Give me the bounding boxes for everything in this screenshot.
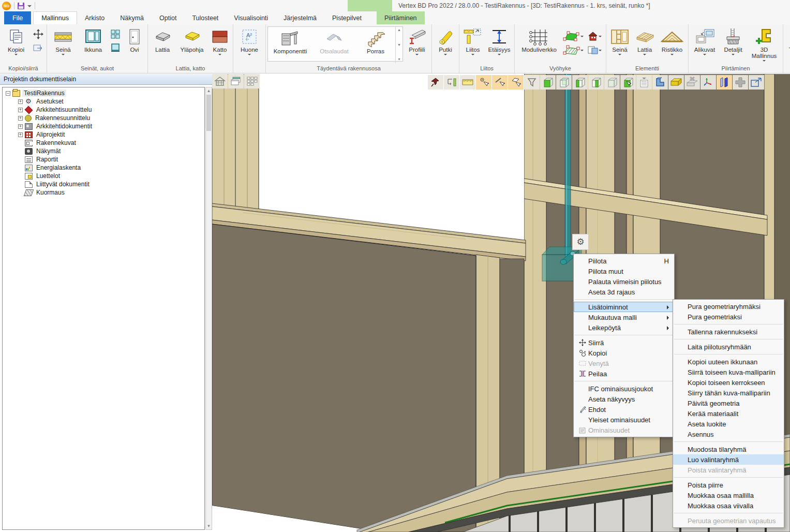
distance-button[interactable]: Etäisyys bbox=[486, 25, 513, 57]
roof-button[interactable]: Katto bbox=[208, 25, 231, 57]
tree-item-kuormaus[interactable]: Kuormaus bbox=[3, 188, 204, 197]
menu-item-lisatoiminnot[interactable]: Lisätoiminnot bbox=[574, 302, 674, 312]
box-yellow-icon[interactable] bbox=[668, 75, 684, 90]
menu-item-laita-piilotusryhmaan[interactable]: Laita piilotusryhmään bbox=[673, 342, 784, 352]
snap-point-cursor-icon[interactable] bbox=[476, 75, 491, 90]
cube-right-green-icon[interactable] bbox=[588, 75, 604, 90]
tile-windows-icon[interactable] bbox=[244, 74, 260, 88]
tree-item-rakennesuunnittelu[interactable]: +Rakennesuunnittelu bbox=[3, 114, 204, 122]
tree-item-testirakennus[interactable]: −TestiRakennus bbox=[3, 89, 204, 97]
cascade-windows-icon[interactable] bbox=[228, 74, 244, 88]
building-frame-icon[interactable] bbox=[212, 74, 228, 88]
menu-item-asennus[interactable]: Asennus bbox=[673, 429, 784, 439]
tree-item-nakymat[interactable]: Näkymät bbox=[3, 147, 204, 155]
measure-drag-icon[interactable] bbox=[444, 75, 459, 90]
zone-polygon-button[interactable] bbox=[563, 31, 584, 43]
tree-item-luettelot[interactable]: Luettelot bbox=[3, 172, 204, 180]
zone-hatch-button[interactable] bbox=[563, 45, 584, 57]
gallery-scroll-arrows[interactable]: ▲▼⯆ bbox=[395, 27, 403, 63]
snap-face-cursor-icon[interactable] bbox=[508, 75, 524, 90]
zone-house-button[interactable] bbox=[585, 31, 604, 43]
cube-wire-icon[interactable] bbox=[556, 75, 572, 90]
expand-icon[interactable]: + bbox=[18, 132, 23, 137]
copy-button[interactable]: Kopioi bbox=[2, 25, 31, 57]
tab-mallinnus[interactable]: Mallinnus bbox=[33, 11, 77, 24]
tree-item-liittyvat-dokumentit[interactable]: Liittyvät dokumentit bbox=[3, 180, 204, 188]
part-blue-icon[interactable] bbox=[652, 75, 668, 90]
wall-button[interactable]: Seinä bbox=[49, 25, 78, 57]
scrollbar-thumb[interactable] bbox=[206, 95, 211, 131]
axes-icon[interactable] bbox=[700, 75, 716, 90]
quick-gear-button[interactable]: ⚙ bbox=[572, 234, 589, 250]
tree-item-asetukset[interactable]: +Asetukset bbox=[3, 97, 204, 106]
tab-nakyma[interactable]: Näkymä bbox=[112, 11, 152, 24]
expand-icon[interactable]: + bbox=[18, 99, 23, 104]
tree-item-arkkitehtidokumentit[interactable]: +Arkkitehtidokumentit bbox=[3, 122, 204, 130]
collapse-icon[interactable]: − bbox=[6, 91, 10, 96]
cube-pale-icon[interactable] bbox=[604, 75, 620, 90]
menu-item-siirra[interactable]: Siirrä bbox=[574, 337, 674, 348]
menu-item-pura-geometriaryhmaksi[interactable]: Pura geometriaryhmäksi bbox=[673, 301, 784, 312]
menu-item-piilota[interactable]: PiilotaH bbox=[574, 256, 674, 266]
truss-button[interactable]: Ristikko bbox=[658, 25, 687, 57]
zone-overlap-button[interactable] bbox=[585, 45, 604, 57]
expand-icon[interactable]: + bbox=[18, 124, 23, 129]
menu-item-pura-geometriaksi[interactable]: Pura geometriaksi bbox=[673, 312, 784, 322]
chevron-down-icon[interactable] bbox=[27, 1, 32, 11]
menu-item-siirry-tahan-kuva-mallipariin[interactable]: Siirry tähän kuva-mallipariin bbox=[673, 388, 784, 398]
menu-item-kopioi[interactable]: Kopioi bbox=[574, 348, 674, 358]
window-small-button[interactable] bbox=[109, 42, 122, 55]
menu-item-luo-valintaryhma[interactable]: Luo valintaryhmä bbox=[673, 454, 784, 465]
tools-button[interactable]: Työkalut bbox=[785, 25, 790, 57]
module-grid-button[interactable]: Moduliverkko bbox=[516, 25, 562, 53]
cube-select-icon[interactable] bbox=[620, 75, 636, 90]
menu-item-muodosta-tilaryhma[interactable]: Muodosta tilaryhmä bbox=[673, 444, 784, 454]
slabs-blue-icon[interactable] bbox=[717, 75, 732, 90]
tree-item-energialaskenta[interactable]: Energialaskenta bbox=[3, 164, 204, 172]
menu-item-aseta-3d-rajaus[interactable]: Aseta 3d rajaus bbox=[574, 287, 674, 297]
top-floor-button[interactable]: Yläpohja bbox=[176, 25, 207, 53]
joint-button[interactable]: Liitos bbox=[461, 25, 485, 57]
wall-element-button[interactable]: Seinä bbox=[608, 25, 632, 57]
plus-gray-icon[interactable] bbox=[733, 75, 748, 90]
menu-item-ehdot[interactable]: Ehdot bbox=[574, 404, 674, 415]
pipe-button[interactable]: Putki bbox=[434, 25, 457, 57]
menu-item-keraa-materiaalit[interactable]: Kerää materiaalit bbox=[673, 408, 784, 419]
tab-piirtaminen[interactable]: Piirtäminen bbox=[377, 11, 425, 24]
menu-item-kopioi-toiseen-kerrokseen[interactable]: Kopioi toiseen kerrokseen bbox=[673, 377, 784, 388]
floor-button[interactable]: Lattia bbox=[150, 25, 175, 53]
pin-icon[interactable] bbox=[428, 75, 443, 90]
tab-tulosteet[interactable]: Tulosteet bbox=[184, 11, 226, 24]
tab-arkisto[interactable]: Arkisto bbox=[77, 11, 112, 24]
tree-item-arkkitehtisuunnittelu[interactable]: +Arkkitehtisuunnittelu bbox=[3, 106, 204, 114]
profile-button[interactable]: Profiili bbox=[404, 25, 430, 57]
expand-icon[interactable]: + bbox=[18, 108, 23, 112]
menu-item-tallenna-rakennukseksi[interactable]: Tallenna rakennukseksi bbox=[673, 327, 784, 337]
tab-visualisointi[interactable]: Visualisointi bbox=[226, 11, 276, 24]
subdrawings-button[interactable]: Alikuvat bbox=[690, 25, 719, 57]
tab-jarjestelma[interactable]: Järjestelmä bbox=[276, 11, 324, 24]
tab-optiot[interactable]: Optiot bbox=[152, 11, 184, 24]
menu-item-ifc-ominaisuusjoukot[interactable]: IFC ominaisuusjoukot bbox=[574, 383, 674, 394]
menu-item-piilota-muut[interactable]: Piilota muut bbox=[574, 266, 674, 276]
tree-item-rakennekuvat[interactable]: Rakennekuvat bbox=[3, 139, 204, 147]
menu-item-yleiset-ominaisuudet[interactable]: Yleiset ominaisuudet bbox=[574, 415, 674, 425]
details-button[interactable]: Detaljit bbox=[720, 25, 746, 57]
menu-item-mukautuva-malli[interactable]: Mukautuva malli bbox=[574, 312, 674, 322]
cube-solid-green-icon[interactable] bbox=[540, 75, 556, 90]
menu-item-aseta-nakyvyys[interactable]: Aseta näkyvyys bbox=[574, 394, 674, 404]
snap-line-cursor-icon[interactable] bbox=[492, 75, 508, 90]
cube-left-green-icon[interactable] bbox=[572, 75, 588, 90]
tree-item-raportit[interactable]: Raportit bbox=[3, 155, 204, 164]
stairs-button[interactable]: Porras bbox=[356, 27, 395, 54]
filter-icon[interactable] bbox=[524, 75, 540, 90]
door-button[interactable]: Ovi bbox=[123, 25, 146, 53]
menu-item-peilaa[interactable]: Peilaa bbox=[574, 368, 674, 379]
window-grid-button[interactable] bbox=[109, 28, 122, 41]
paste-link-button[interactable] bbox=[32, 42, 45, 55]
menu-item-poista-piirre[interactable]: Poista piirre bbox=[673, 480, 784, 490]
menu-item-leikepoyta[interactable]: Leikepöytä bbox=[574, 322, 674, 333]
menu-item-aseta-luokite[interactable]: Aseta luokite bbox=[673, 419, 784, 429]
menu-item-paivita-geometria[interactable]: Päivitä geometria bbox=[673, 398, 784, 408]
floor-element-button[interactable]: Lattia bbox=[633, 25, 657, 57]
